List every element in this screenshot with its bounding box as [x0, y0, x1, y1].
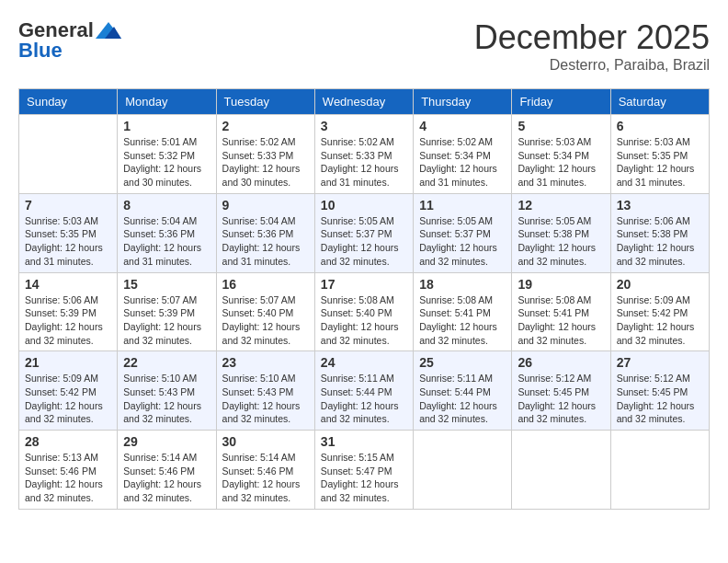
calendar-cell: 2 Sunrise: 5:02 AMSunset: 5:33 PMDayligh… — [216, 115, 314, 194]
day-number: 10 — [321, 198, 407, 213]
day-number: 15 — [123, 277, 210, 292]
day-info: Sunrise: 5:10 AMSunset: 5:43 PMDaylight:… — [222, 373, 301, 424]
calendar-cell: 28 Sunrise: 5:13 AMSunset: 5:46 PMDaylig… — [19, 431, 118, 510]
calendar-week-1: 1 Sunrise: 5:01 AMSunset: 5:32 PMDayligh… — [19, 115, 710, 194]
day-number: 7 — [25, 198, 111, 213]
day-info: Sunrise: 5:08 AMSunset: 5:41 PMDaylight:… — [419, 294, 497, 346]
day-info: Sunrise: 5:03 AMSunset: 5:35 PMDaylight:… — [617, 136, 695, 188]
day-info: Sunrise: 5:01 AMSunset: 5:32 PMDaylight:… — [123, 136, 201, 188]
day-number: 12 — [518, 198, 604, 213]
calendar-cell: 29 Sunrise: 5:14 AMSunset: 5:46 PMDaylig… — [118, 431, 216, 510]
day-info: Sunrise: 5:05 AMSunset: 5:37 PMDaylight:… — [419, 215, 497, 267]
day-number: 13 — [617, 198, 703, 213]
day-number: 11 — [419, 198, 506, 213]
day-number: 6 — [617, 119, 703, 133]
day-info: Sunrise: 5:11 AMSunset: 5:44 PMDaylight:… — [419, 373, 497, 424]
day-number: 2 — [222, 119, 309, 133]
title-section: December 2025 Desterro, Paraiba, Brazil — [474, 18, 710, 74]
calendar-cell: 6 Sunrise: 5:03 AMSunset: 5:35 PMDayligh… — [610, 115, 709, 194]
day-info: Sunrise: 5:09 AMSunset: 5:42 PMDaylight:… — [617, 294, 695, 346]
calendar-cell: 5 Sunrise: 5:03 AMSunset: 5:34 PMDayligh… — [512, 115, 610, 194]
day-info: Sunrise: 5:08 AMSunset: 5:41 PMDaylight:… — [518, 294, 596, 346]
logo-blue: Blue — [18, 39, 63, 63]
day-info: Sunrise: 5:03 AMSunset: 5:35 PMDaylight:… — [25, 215, 103, 267]
day-number: 24 — [321, 355, 407, 370]
day-info: Sunrise: 5:12 AMSunset: 5:45 PMDaylight:… — [617, 373, 695, 424]
day-number: 27 — [617, 355, 703, 370]
calendar-cell — [19, 115, 118, 194]
day-number: 23 — [222, 355, 309, 370]
day-info: Sunrise: 5:13 AMSunset: 5:46 PMDaylight:… — [25, 452, 103, 503]
calendar-week-5: 28 Sunrise: 5:13 AMSunset: 5:46 PMDaylig… — [19, 431, 710, 510]
calendar-cell: 23 Sunrise: 5:10 AMSunset: 5:43 PMDaylig… — [216, 351, 314, 431]
calendar-cell: 3 Sunrise: 5:02 AMSunset: 5:33 PMDayligh… — [314, 115, 413, 194]
col-sunday: Sunday — [19, 89, 118, 115]
day-number: 1 — [123, 119, 210, 133]
calendar-week-3: 14 Sunrise: 5:06 AMSunset: 5:39 PMDaylig… — [19, 272, 710, 351]
day-info: Sunrise: 5:06 AMSunset: 5:39 PMDaylight:… — [25, 294, 103, 346]
day-number: 29 — [123, 434, 210, 449]
calendar-cell: 24 Sunrise: 5:11 AMSunset: 5:44 PMDaylig… — [314, 351, 413, 431]
day-info: Sunrise: 5:06 AMSunset: 5:38 PMDaylight:… — [617, 215, 695, 267]
logo-icon — [96, 22, 121, 39]
day-number: 22 — [123, 355, 210, 370]
day-info: Sunrise: 5:09 AMSunset: 5:42 PMDaylight:… — [25, 373, 103, 424]
calendar-cell: 20 Sunrise: 5:09 AMSunset: 5:42 PMDaylig… — [610, 272, 709, 351]
day-info: Sunrise: 5:07 AMSunset: 5:39 PMDaylight:… — [123, 294, 201, 346]
calendar-cell: 8 Sunrise: 5:04 AMSunset: 5:36 PMDayligh… — [118, 193, 216, 272]
calendar-cell: 31 Sunrise: 5:15 AMSunset: 5:47 PMDaylig… — [314, 431, 413, 510]
day-info: Sunrise: 5:14 AMSunset: 5:46 PMDaylight:… — [123, 452, 201, 503]
day-number: 26 — [518, 355, 604, 370]
day-info: Sunrise: 5:08 AMSunset: 5:40 PMDaylight:… — [321, 294, 399, 346]
calendar-cell: 4 Sunrise: 5:02 AMSunset: 5:34 PMDayligh… — [414, 115, 512, 194]
day-info: Sunrise: 5:04 AMSunset: 5:36 PMDaylight:… — [123, 215, 201, 267]
day-info: Sunrise: 5:04 AMSunset: 5:36 PMDaylight:… — [222, 215, 301, 267]
calendar-cell — [414, 431, 512, 510]
day-info: Sunrise: 5:14 AMSunset: 5:46 PMDaylight:… — [222, 452, 301, 503]
day-info: Sunrise: 5:02 AMSunset: 5:33 PMDaylight:… — [222, 136, 301, 188]
logo: General Blue — [18, 18, 121, 63]
calendar-cell: 30 Sunrise: 5:14 AMSunset: 5:46 PMDaylig… — [216, 431, 314, 510]
day-info: Sunrise: 5:02 AMSunset: 5:33 PMDaylight:… — [321, 136, 399, 188]
calendar-cell: 10 Sunrise: 5:05 AMSunset: 5:37 PMDaylig… — [314, 193, 413, 272]
calendar-cell: 18 Sunrise: 5:08 AMSunset: 5:41 PMDaylig… — [414, 272, 512, 351]
day-number: 28 — [25, 434, 111, 449]
calendar-cell: 1 Sunrise: 5:01 AMSunset: 5:32 PMDayligh… — [118, 115, 216, 194]
calendar-cell: 13 Sunrise: 5:06 AMSunset: 5:38 PMDaylig… — [610, 193, 709, 272]
day-number: 21 — [25, 355, 111, 370]
day-info: Sunrise: 5:11 AMSunset: 5:44 PMDaylight:… — [321, 373, 399, 424]
calendar-cell: 21 Sunrise: 5:09 AMSunset: 5:42 PMDaylig… — [19, 351, 118, 431]
calendar-cell: 12 Sunrise: 5:05 AMSunset: 5:38 PMDaylig… — [512, 193, 610, 272]
col-tuesday: Tuesday — [216, 89, 314, 115]
calendar-cell: 19 Sunrise: 5:08 AMSunset: 5:41 PMDaylig… — [512, 272, 610, 351]
col-saturday: Saturday — [610, 89, 709, 115]
calendar-week-4: 21 Sunrise: 5:09 AMSunset: 5:42 PMDaylig… — [19, 351, 710, 431]
day-number: 16 — [222, 277, 309, 292]
day-info: Sunrise: 5:10 AMSunset: 5:43 PMDaylight:… — [123, 373, 201, 424]
page-header: General Blue December 2025 Desterro, Par… — [18, 18, 710, 74]
day-number: 30 — [222, 434, 309, 449]
day-number: 4 — [419, 119, 506, 133]
calendar-cell: 22 Sunrise: 5:10 AMSunset: 5:43 PMDaylig… — [118, 351, 216, 431]
calendar-cell: 11 Sunrise: 5:05 AMSunset: 5:37 PMDaylig… — [414, 193, 512, 272]
calendar-cell: 25 Sunrise: 5:11 AMSunset: 5:44 PMDaylig… — [414, 351, 512, 431]
calendar-cell: 7 Sunrise: 5:03 AMSunset: 5:35 PMDayligh… — [19, 193, 118, 272]
day-number: 3 — [321, 119, 407, 133]
calendar-cell: 15 Sunrise: 5:07 AMSunset: 5:39 PMDaylig… — [118, 272, 216, 351]
calendar-cell: 14 Sunrise: 5:06 AMSunset: 5:39 PMDaylig… — [19, 272, 118, 351]
day-number: 19 — [518, 277, 604, 292]
month-title: December 2025 — [474, 18, 710, 57]
day-number: 14 — [25, 277, 111, 292]
day-number: 20 — [617, 277, 703, 292]
calendar-cell: 17 Sunrise: 5:08 AMSunset: 5:40 PMDaylig… — [314, 272, 413, 351]
calendar-cell: 26 Sunrise: 5:12 AMSunset: 5:45 PMDaylig… — [512, 351, 610, 431]
day-info: Sunrise: 5:02 AMSunset: 5:34 PMDaylight:… — [419, 136, 497, 188]
day-number: 17 — [321, 277, 407, 292]
calendar-cell — [512, 431, 610, 510]
day-info: Sunrise: 5:15 AMSunset: 5:47 PMDaylight:… — [321, 452, 399, 503]
col-monday: Monday — [118, 89, 216, 115]
day-info: Sunrise: 5:05 AMSunset: 5:37 PMDaylight:… — [321, 215, 399, 267]
day-info: Sunrise: 5:05 AMSunset: 5:38 PMDaylight:… — [518, 215, 596, 267]
day-info: Sunrise: 5:12 AMSunset: 5:45 PMDaylight:… — [518, 373, 596, 424]
day-number: 5 — [518, 119, 604, 133]
